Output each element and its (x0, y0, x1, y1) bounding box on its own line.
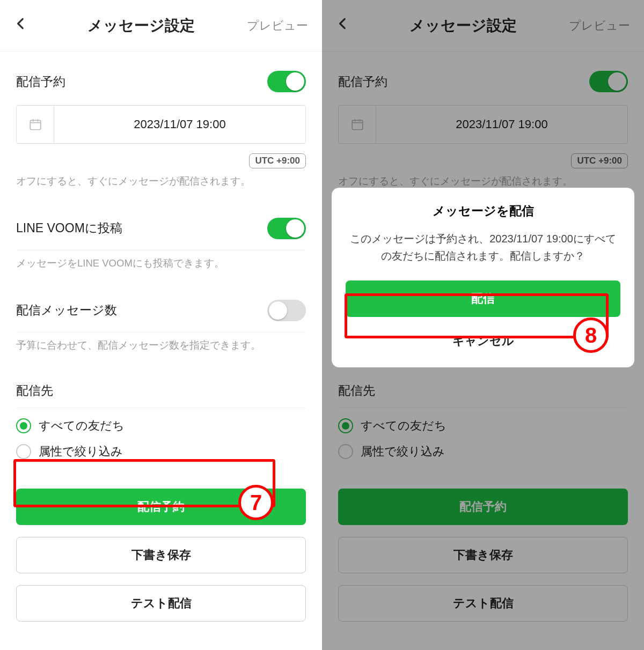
voom-hint: メッセージをLINE VOOMにも投稿できます。 (16, 256, 306, 271)
datetime-input[interactable]: 2023/11/07 19:00 (16, 105, 306, 144)
count-toggle[interactable] (267, 300, 306, 321)
radio-icon (16, 418, 31, 433)
datetime-value: 2023/11/07 19:00 (54, 106, 305, 143)
count-label: 配信メッセージ数 (16, 302, 117, 319)
tz-pill[interactable]: UTC +9:00 (249, 153, 306, 168)
radio-all-friends[interactable]: すべての友だち (16, 418, 306, 434)
schedule-toggle[interactable] (267, 71, 306, 92)
calendar-icon (17, 106, 54, 143)
target-label: 配信先 (16, 368, 306, 408)
row-count: 配信メッセージ数 (16, 287, 306, 333)
test-button[interactable]: テスト配信 (16, 585, 306, 622)
tz-row: UTC +9:00 (16, 153, 306, 168)
radio-all-label: すべての友だち (39, 418, 125, 434)
modal-body: このメッセージは予約され、2023/11/07 19:00にすべての友だちに配信… (346, 230, 620, 264)
row-voom: LINE VOOMに投稿 (16, 205, 306, 250)
callout-badge-8: 8 (573, 317, 609, 353)
schedule-hint: オフにすると、すぐにメッセージが配信されます。 (16, 174, 306, 189)
count-hint: 予算に合わせて、配信メッセージ数を指定できます。 (16, 338, 306, 353)
pane-right: メッセージ設定 プレビュー 配信予約 2023/11/07 19:00 UTC … (322, 0, 644, 650)
schedule-label: 配信予約 (16, 73, 65, 90)
radio-icon (16, 444, 31, 459)
svg-rect-0 (30, 120, 41, 129)
page-title: メッセージ設定 (87, 16, 195, 36)
content: 配信予約 2023/11/07 19:00 UTC +9:00 オフにすると、す… (0, 51, 322, 650)
voom-toggle[interactable] (267, 218, 306, 239)
row-schedule: 配信予約 (16, 58, 306, 103)
voom-label: LINE VOOMに投稿 (16, 220, 122, 237)
radio-attribute[interactable]: 属性で絞り込み (16, 444, 306, 460)
radio-attr-label: 属性で絞り込み (39, 444, 123, 460)
preview-link[interactable]: プレビュー (247, 18, 308, 34)
modal-confirm-button[interactable]: 配信 (346, 280, 620, 317)
draft-button[interactable]: 下書き保存 (16, 537, 306, 573)
pane-left: メッセージ設定 プレビュー 配信予約 2023/11/07 19:00 UTC … (0, 0, 322, 650)
callout-badge-7: 7 (238, 485, 274, 520)
back-chevron-icon[interactable] (14, 17, 35, 34)
modal-title: メッセージを配信 (346, 203, 620, 219)
header: メッセージ設定 プレビュー (0, 0, 322, 51)
